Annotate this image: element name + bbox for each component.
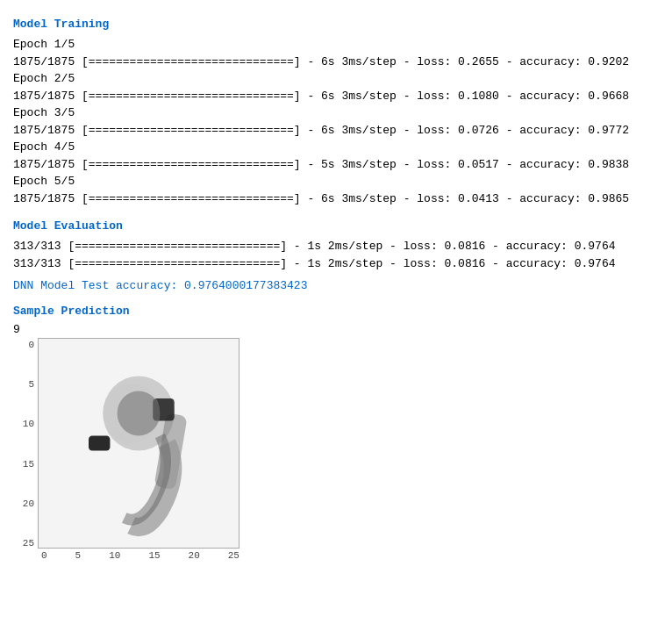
x-label-15: 15 bbox=[148, 550, 160, 561]
sample-prediction-title: Sample Prediction bbox=[13, 305, 659, 318]
plot-wrapper: 0 5 10 15 20 25 bbox=[38, 338, 239, 561]
epoch-2-label: Epoch 2/5 bbox=[13, 70, 659, 88]
epoch-4-log: 1875/1875 [=============================… bbox=[13, 156, 659, 174]
epoch-1-label: Epoch 1/5 bbox=[13, 36, 659, 54]
predicted-digit: 9 bbox=[13, 323, 659, 336]
svg-rect-4 bbox=[89, 436, 110, 451]
x-label-25: 25 bbox=[228, 550, 239, 561]
epoch-3-label: Epoch 3/5 bbox=[13, 104, 659, 122]
training-section: Epoch 1/5 1875/1875 [===================… bbox=[13, 36, 659, 207]
test-accuracy: DNN Model Test accuracy: 0.9764000177383… bbox=[13, 279, 659, 292]
page-title: Model Training bbox=[13, 18, 659, 31]
chart-container: 0 5 10 15 20 25 bbox=[13, 338, 659, 561]
y-label-25: 25 bbox=[13, 538, 34, 549]
eval-line-1: 313/313 [==============================]… bbox=[13, 238, 659, 255]
svg-point-6 bbox=[103, 384, 160, 443]
digit-plot bbox=[38, 338, 239, 549]
digit-svg bbox=[39, 339, 239, 548]
eval-line-2: 313/313 [==============================]… bbox=[13, 255, 659, 273]
x-label-20: 20 bbox=[189, 550, 200, 561]
epoch-5-log: 1875/1875 [=============================… bbox=[13, 190, 659, 208]
x-axis: 0 5 10 15 20 25 bbox=[38, 549, 239, 561]
epoch-3-log: 1875/1875 [=============================… bbox=[13, 122, 659, 140]
x-label-10: 10 bbox=[109, 550, 120, 561]
evaluation-title: Model Evaluation bbox=[13, 219, 659, 233]
y-label-0: 0 bbox=[13, 340, 34, 350]
x-label-0: 0 bbox=[41, 550, 47, 561]
y-axis: 0 5 10 15 20 25 bbox=[13, 338, 38, 549]
y-label-20: 20 bbox=[13, 498, 34, 509]
epoch-4-label: Epoch 4/5 bbox=[13, 139, 659, 156]
y-label-10: 10 bbox=[13, 419, 34, 429]
y-axis-labels: 0 5 10 15 20 25 bbox=[13, 338, 34, 549]
y-label-5: 5 bbox=[13, 379, 34, 390]
sample-prediction-section: Sample Prediction 9 0 5 10 15 20 25 bbox=[13, 305, 659, 561]
y-label-15: 15 bbox=[13, 459, 34, 470]
x-label-5: 5 bbox=[75, 550, 82, 561]
epoch-2-log: 1875/1875 [=============================… bbox=[13, 88, 659, 105]
epoch-5-label: Epoch 5/5 bbox=[13, 173, 659, 190]
epoch-1-log: 1875/1875 [=============================… bbox=[13, 54, 659, 71]
